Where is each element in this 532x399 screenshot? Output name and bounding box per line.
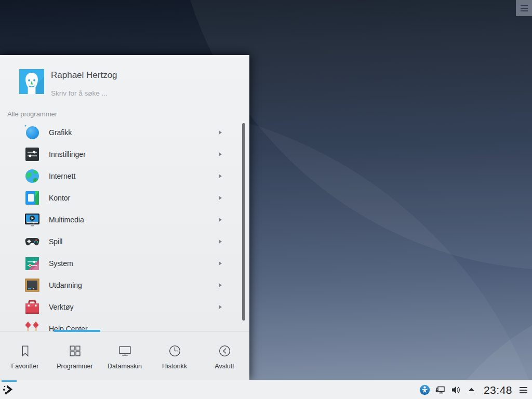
hamburger-icon bbox=[521, 5, 528, 11]
tab-datamaskin[interactable]: Datamaskin bbox=[100, 331, 150, 380]
submenu-arrow-icon bbox=[219, 283, 222, 287]
submenu-arrow-icon bbox=[219, 305, 222, 309]
category-item-innstillinger[interactable]: Innstillinger bbox=[0, 143, 249, 165]
expand-tray-icon[interactable] bbox=[466, 384, 477, 395]
submenu-arrow-icon bbox=[219, 130, 222, 135]
computer-icon bbox=[118, 344, 132, 358]
category-item-multimedia[interactable]: Multimedia bbox=[0, 209, 249, 231]
desktop: Raphael Hertzog Skriv for å søke ... All… bbox=[0, 0, 532, 399]
user-name: Raphael Hertzog bbox=[51, 70, 117, 81]
application-launcher-popup: Raphael Hertzog Skriv for å søke ... All… bbox=[0, 55, 249, 380]
submenu-arrow-icon bbox=[219, 174, 222, 178]
category-item-verktoy[interactable]: Verktøy bbox=[0, 296, 249, 318]
app-launcher-icon bbox=[3, 384, 15, 398]
category-item-internett[interactable]: Internett bbox=[0, 165, 249, 187]
utilities-icon bbox=[24, 299, 41, 315]
launcher-active-indicator bbox=[2, 380, 17, 382]
accessibility-icon[interactable] bbox=[419, 384, 430, 395]
search-input[interactable]: Skriv for å søke ... bbox=[51, 89, 117, 97]
tab-avslutt[interactable]: Avslutt bbox=[200, 331, 249, 380]
category-item-help-center[interactable]: Help Center bbox=[0, 318, 249, 331]
submenu-arrow-icon bbox=[219, 152, 222, 156]
taskbar-panel: 23:48 bbox=[0, 380, 532, 399]
network-icon[interactable] bbox=[435, 384, 446, 395]
submenu-arrow-icon bbox=[219, 261, 222, 265]
tab-bar: Favoritter Programmer bbox=[0, 331, 249, 380]
system-tray: 23:48 bbox=[419, 380, 532, 399]
category-item-grafikk[interactable]: Grafikk bbox=[0, 122, 249, 143]
office-icon bbox=[24, 190, 41, 206]
education-icon bbox=[24, 277, 41, 294]
graphics-icon bbox=[24, 124, 41, 141]
submenu-arrow-icon bbox=[219, 196, 222, 200]
clock-icon bbox=[168, 344, 182, 358]
help-icon bbox=[24, 321, 41, 331]
games-icon bbox=[24, 233, 41, 250]
launcher-header: Raphael Hertzog Skriv for å søke ... bbox=[19, 69, 117, 97]
grid-icon bbox=[68, 344, 82, 358]
category-list: Grafikk Innstillinger bbox=[0, 122, 249, 331]
tab-programmer[interactable]: Programmer bbox=[50, 331, 100, 380]
internet-icon bbox=[24, 168, 41, 184]
category-item-system[interactable]: System bbox=[0, 252, 249, 274]
category-item-kontor[interactable]: Kontor bbox=[0, 187, 249, 209]
bookmark-icon bbox=[18, 344, 32, 358]
submenu-arrow-icon bbox=[219, 218, 222, 222]
application-launcher-button[interactable] bbox=[0, 380, 19, 399]
tab-historikk[interactable]: Historikk bbox=[150, 331, 200, 380]
tab-favoritter[interactable]: Favoritter bbox=[0, 331, 50, 380]
multimedia-icon bbox=[24, 211, 41, 228]
desktop-toolbox-button[interactable] bbox=[516, 0, 532, 16]
system-icon bbox=[24, 255, 41, 272]
category-item-spill[interactable]: Spill bbox=[0, 231, 249, 252]
breadcrumb-all-programs: Alle programmer bbox=[7, 110, 57, 118]
submenu-arrow-icon bbox=[219, 240, 222, 244]
panel-menu-button[interactable] bbox=[518, 385, 528, 395]
leave-icon bbox=[218, 344, 232, 358]
digital-clock[interactable]: 23:48 bbox=[484, 384, 512, 396]
category-item-utdanning[interactable]: Utdanning bbox=[0, 274, 249, 296]
user-avatar[interactable] bbox=[19, 69, 44, 94]
settings-icon bbox=[24, 146, 41, 163]
scrollbar[interactable] bbox=[242, 123, 245, 321]
volume-icon[interactable] bbox=[450, 384, 461, 395]
